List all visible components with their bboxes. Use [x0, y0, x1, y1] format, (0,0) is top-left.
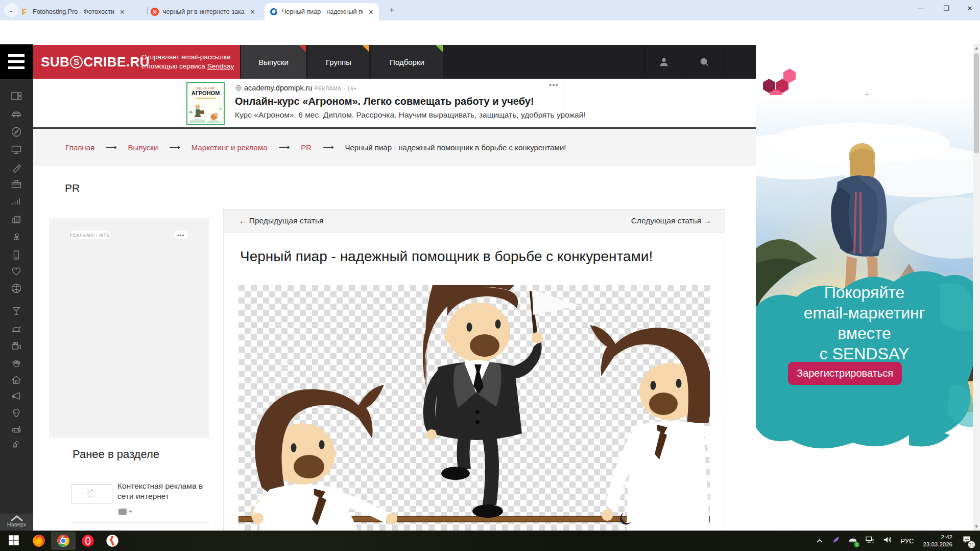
browser-tab-active[interactable]: Черный пиар - надежный пом ✕ [265, 3, 379, 20]
paw-icon[interactable] [8, 357, 25, 370]
next-article-link[interactable]: Следующая статья → [631, 216, 711, 225]
register-button[interactable]: Зарегистрироваться [788, 362, 902, 385]
site-header: SUBSCRIBE.RU Отправляет email-рассылки с… [33, 45, 756, 79]
window-restore-button[interactable]: ❐ [935, 0, 958, 17]
tray-network-icon[interactable] [865, 536, 875, 546]
tray-feather-icon[interactable] [831, 535, 841, 546]
heart-icon[interactable] [8, 265, 25, 278]
notification-icon[interactable]: 21 [962, 535, 972, 546]
breadcrumb-vypuski[interactable]: Выпуски [128, 143, 158, 152]
subscribe-favicon [270, 8, 278, 16]
yandex-favicon: Я [151, 8, 159, 16]
browser-tab-strip: ⌄ Fotohosting.Pro - Фотохостинг ✕ Я черн… [0, 0, 980, 20]
ad-label-pill: РЕКЛАМА - MTS [69, 231, 110, 239]
lipstick-icon[interactable] [8, 161, 25, 174]
user-account-button[interactable] [644, 45, 683, 79]
phone-icon[interactable] [8, 248, 25, 262]
prev-article-link[interactable]: ← Предыдущая статья [239, 216, 323, 225]
page-scrollbar[interactable]: ▲ ▼ [973, 44, 980, 531]
food-icon[interactable] [8, 323, 25, 336]
tab-separator [147, 7, 148, 14]
sendsay-link[interactable]: Sendsay [207, 62, 234, 70]
back-to-top-button[interactable]: Наверх [0, 514, 33, 531]
video-camera-icon[interactable] [8, 339, 25, 353]
start-button[interactable] [7, 534, 21, 548]
ad-domain[interactable]: academy.dpomipk.ru [244, 84, 313, 92]
language-indicator[interactable]: РУС [900, 537, 914, 545]
header-tagline: Отправляет email-рассылки с помощью серв… [141, 53, 234, 71]
window-close-button[interactable]: ✕ [958, 0, 980, 17]
sendsay-ad[interactable]: sendsay [756, 44, 973, 531]
breadcrumb-current: Черный пиар - надежный помощник в борьбе… [345, 143, 566, 152]
ad-menu-dots[interactable]: ••• [549, 80, 559, 89]
article-image[interactable] [238, 285, 710, 531]
browser-toolbar: ← → ✕ ⌂ subscribe.ru/digest/marketing/pr… [0, 20, 980, 44]
subscribe-logo[interactable]: SUBSCRIBE.RU [41, 54, 150, 70]
search-button[interactable] [683, 45, 725, 79]
layout-icon[interactable] [8, 89, 25, 103]
tab-close-icon[interactable]: ✕ [368, 8, 374, 16]
building-icon[interactable] [8, 213, 25, 226]
breadcrumb-marketing[interactable]: Маркетинг и реклама [192, 143, 268, 152]
new-tab-button[interactable]: + [389, 5, 395, 16]
comments-count[interactable]: + [118, 508, 133, 515]
site-sidebar: Наверх [0, 44, 33, 531]
article-nav-bar: ← Предыдущая статья Следующая статья → [224, 210, 725, 233]
list-divider [71, 522, 209, 523]
scrollbar-thumb[interactable] [974, 53, 979, 153]
tray-antivirus-icon[interactable]: 1 [848, 535, 858, 546]
firefox-icon[interactable] [32, 534, 46, 548]
opera-icon[interactable] [81, 534, 95, 548]
breadcrumb-arrow: ⟶ [279, 143, 290, 152]
ball-icon[interactable] [8, 282, 25, 295]
breadcrumb: Главная ⟶ Выпуски ⟶ Маркетинг и реклама … [33, 129, 756, 166]
ad-banner[interactable]: ONLINE-КУРС АГРОНОМ academy.dpomipk.ru Р… [33, 79, 756, 128]
tray-expand-icon[interactable] [816, 536, 823, 545]
compass-icon[interactable] [8, 125, 25, 139]
breadcrumb-arrow: ⟶ [323, 143, 334, 152]
menu-button[interactable] [0, 45, 33, 79]
nav-tab-gruppy[interactable]: Группы [308, 45, 369, 79]
tab-close-icon[interactable]: ✕ [119, 8, 125, 16]
cocktail-icon[interactable] [8, 305, 25, 318]
left-ad-menu-dots[interactable]: ••• [174, 231, 188, 239]
loading-spinner [86, 488, 98, 500]
nav-tab-podborki[interactable]: Подборки [371, 45, 443, 79]
gamepad-icon[interactable] [8, 423, 25, 436]
megaphone-icon[interactable] [8, 389, 25, 403]
breadcrumb-pr[interactable]: PR [301, 143, 312, 152]
scroll-down-arrow[interactable]: ▼ [973, 524, 980, 529]
tab-search-button[interactable]: ⌄ [4, 3, 18, 17]
tab-close-icon[interactable]: ✕ [250, 8, 255, 16]
ad-title[interactable]: Онлайн-курс «Агроном». Легко совмещать р… [235, 96, 534, 107]
chart-icon[interactable] [8, 195, 25, 208]
alien-icon[interactable] [8, 406, 25, 420]
article-link[interactable]: Контекстная реклама в сети интернет [117, 481, 203, 501]
nav-tab-vypuski[interactable]: Выпуски [241, 45, 306, 79]
browser-tab-1[interactable]: Fotohosting.Pro - Фотохостинг ✕ [20, 3, 146, 20]
monitor-icon[interactable] [8, 143, 25, 156]
scroll-up-arrow[interactable]: ▲ [973, 45, 980, 51]
article-thumbnail[interactable] [71, 484, 112, 503]
chrome-icon[interactable] [56, 534, 70, 548]
clock[interactable]: 2:42 23.03.2026 [923, 534, 952, 548]
left-ad-block[interactable]: РЕКЛАМА - MTS ••• [49, 218, 209, 438]
yandex-browser-icon[interactable] [105, 534, 119, 548]
ad-badge: РЕКЛАМА · 16+ [315, 85, 357, 91]
page-title: PR [65, 182, 80, 194]
ad-banner-image[interactable]: ONLINE-КУРС АГРОНОМ [186, 82, 225, 125]
article-card: ← Предыдущая статья Следующая статья → Ч… [223, 209, 725, 531]
site-logo-block[interactable]: SUBSCRIBE.RU Отправляет email-рассылки с… [33, 45, 240, 79]
home-icon[interactable] [8, 373, 25, 386]
baby-icon[interactable] [8, 231, 25, 244]
window-minimize-button[interactable]: — [909, 0, 933, 17]
tray-volume-icon[interactable] [882, 536, 893, 546]
molecules-icon[interactable] [8, 439, 25, 452]
sendsay-slogan: Покоряйте email-маркетинг вместе с SENDS… [756, 282, 973, 364]
browser-tab-2[interactable]: Я черный pr в интернете заказ ✕ [151, 3, 262, 20]
ad-description[interactable]: Курс «Агроном». 6 мес. Диплом. Рассрочка… [235, 110, 586, 120]
car-icon[interactable] [8, 107, 25, 121]
earlier-section-title: Ранее в разделе [73, 448, 159, 461]
breadcrumb-home[interactable]: Главная [65, 143, 94, 152]
briefcase-icon[interactable] [8, 177, 25, 191]
